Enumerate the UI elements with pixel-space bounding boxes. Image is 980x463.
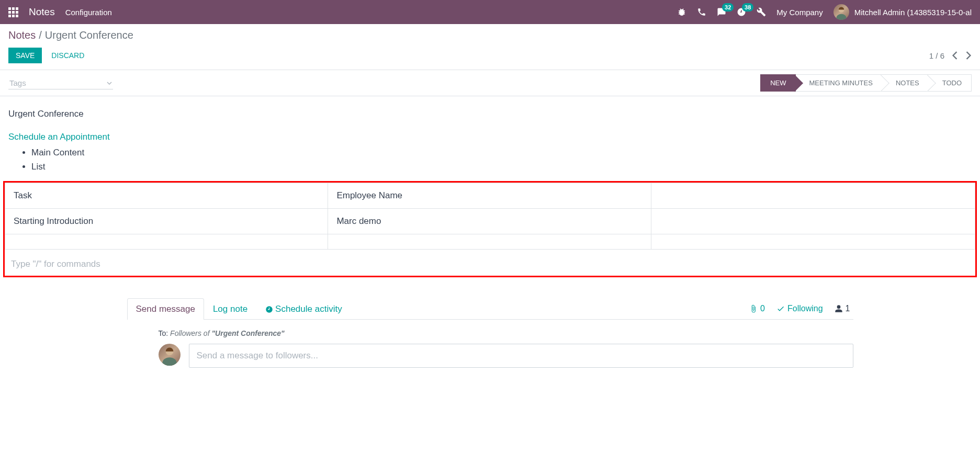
avatar-icon <box>833 4 849 20</box>
table-row: Task Employee Name <box>5 183 975 209</box>
pager-text[interactable]: 1 / 6 <box>929 51 944 60</box>
table-row: Starting Introduction Marc demo <box>5 209 975 234</box>
following-button[interactable]: Following <box>776 304 823 313</box>
app-title[interactable]: Notes <box>29 6 55 18</box>
chatter-right: 0 Following 1 <box>749 304 853 313</box>
status-bar: NEW MEETING MINUTES NOTES TODO <box>0 70 980 96</box>
tab-send-message[interactable]: Send message <box>127 298 204 320</box>
pager: 1 / 6 <box>929 51 972 60</box>
table-cell[interactable] <box>5 234 328 250</box>
to-label: To: <box>159 329 168 337</box>
followers-button[interactable]: 1 <box>835 304 850 313</box>
header-buttons: SAVE DISCARD <box>8 48 92 63</box>
to-value: Followers of "Urgent Conference" <box>170 329 285 337</box>
list-item[interactable]: List <box>31 160 972 174</box>
tab-label: Schedule activity <box>275 304 342 314</box>
discard-button[interactable]: DISCARD <box>44 48 92 63</box>
table-row <box>5 234 975 250</box>
table-cell[interactable]: Task <box>5 183 328 209</box>
list-item[interactable]: Main Content <box>31 145 972 160</box>
bug-icon[interactable] <box>677 7 686 17</box>
stage-label: NOTES <box>896 79 919 87</box>
breadcrumb-sep: / <box>39 29 42 41</box>
user-name: Mitchell Admin (14385319-15-0-al <box>854 8 972 17</box>
note-title[interactable]: Urgent Conference <box>8 109 972 119</box>
tags-field[interactable] <box>8 77 113 89</box>
paperclip-icon <box>749 304 758 313</box>
messages-badge: 32 <box>722 3 734 12</box>
header-area: Notes / Urgent Conference SAVE DISCARD 1… <box>0 24 980 70</box>
table-cell[interactable] <box>651 209 975 234</box>
check-icon <box>776 304 785 313</box>
stage-meeting-minutes[interactable]: MEETING MINUTES <box>796 74 882 92</box>
activities-icon[interactable]: 38 <box>737 7 746 17</box>
clock-icon <box>265 306 273 313</box>
stage-label: TODO <box>942 79 962 87</box>
navbar: Notes Configuration 32 38 My Company Mit… <box>0 0 980 24</box>
tools-icon[interactable] <box>757 7 766 17</box>
tab-schedule-activity[interactable]: Schedule activity <box>256 298 351 320</box>
table-cell[interactable] <box>328 234 651 250</box>
svg-point-3 <box>162 358 176 366</box>
tab-log-note[interactable]: Log note <box>204 298 256 320</box>
table-cell[interactable] <box>651 234 975 250</box>
table-cell[interactable]: Starting Introduction <box>5 209 328 234</box>
header-row: SAVE DISCARD 1 / 6 <box>8 48 972 63</box>
menu-configuration[interactable]: Configuration <box>65 8 112 17</box>
pager-prev-icon[interactable] <box>952 51 958 60</box>
pager-next-icon[interactable] <box>965 51 972 60</box>
table-cell[interactable]: Employee Name <box>328 183 651 209</box>
phone-icon[interactable] <box>697 7 706 17</box>
navbar-left: Notes Configuration <box>8 6 112 18</box>
composer-input[interactable] <box>189 344 853 368</box>
breadcrumb-root[interactable]: Notes <box>8 29 36 41</box>
stage-label: MEETING MINUTES <box>809 79 873 87</box>
user-menu[interactable]: Mitchell Admin (14385319-15-0-al <box>833 4 972 20</box>
note-content: Urgent Conference Schedule an Appointmen… <box>0 96 980 289</box>
table-cell[interactable]: Marc demo <box>328 209 651 234</box>
following-label: Following <box>787 304 823 313</box>
to-prefix: Followers of <box>170 329 211 337</box>
apps-icon[interactable] <box>8 7 18 17</box>
highlighted-region: Task Employee Name Starting Introduction… <box>3 181 977 277</box>
followers-count: 1 <box>846 304 850 313</box>
command-input[interactable] <box>5 255 975 276</box>
composer-avatar-icon <box>159 344 181 366</box>
to-record: "Urgent Conference" <box>211 329 284 337</box>
stage-label: NEW <box>770 79 786 87</box>
messages-icon[interactable]: 32 <box>717 7 726 17</box>
company-selector[interactable]: My Company <box>776 8 823 17</box>
stage-new[interactable]: NEW <box>760 74 795 92</box>
stage-bar: NEW MEETING MINUTES NOTES TODO <box>760 74 972 92</box>
attachments-button[interactable]: 0 <box>749 304 765 313</box>
navbar-right: 32 38 My Company Mitchell Admin (1438531… <box>677 4 972 20</box>
svg-point-1 <box>836 14 847 20</box>
table-cell[interactable] <box>651 183 975 209</box>
chatter: Send message Log note Schedule activity … <box>119 298 862 368</box>
schedule-link[interactable]: Schedule an Appointment <box>8 132 110 142</box>
attachments-count: 0 <box>760 304 765 313</box>
user-icon <box>835 304 843 313</box>
save-button[interactable]: SAVE <box>8 48 42 63</box>
breadcrumb: Notes / Urgent Conference <box>8 29 972 41</box>
bullet-list[interactable]: Main Content List <box>8 145 972 174</box>
note-table[interactable]: Task Employee Name Starting Introduction… <box>5 183 975 250</box>
composer-row <box>159 344 853 368</box>
tags-input[interactable] <box>8 77 113 89</box>
composer: To: Followers of "Urgent Conference" <box>127 320 853 368</box>
composer-to: To: Followers of "Urgent Conference" <box>159 329 853 337</box>
chatter-tabs: Send message Log note Schedule activity … <box>127 298 853 320</box>
breadcrumb-current: Urgent Conference <box>45 29 133 41</box>
activities-badge: 38 <box>742 3 753 12</box>
